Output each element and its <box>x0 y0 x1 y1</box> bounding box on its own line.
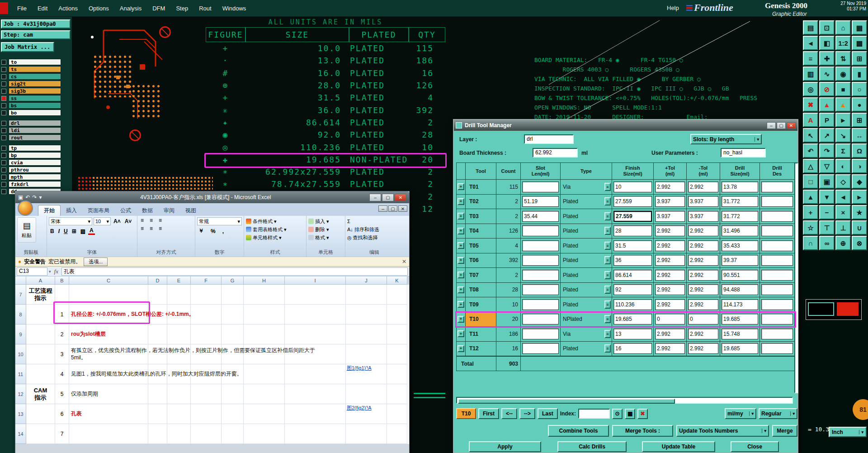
toolbar-icon-button[interactable]: ∿ <box>819 67 835 81</box>
toolbar-icon-button[interactable]: 1:2 <box>835 36 851 50</box>
maximize-button[interactable]: ▢ <box>777 122 786 129</box>
toolbar-icon-button[interactable]: ○ <box>852 82 867 96</box>
slot-length-input[interactable] <box>522 284 559 295</box>
slot-length-input[interactable] <box>522 299 559 310</box>
tab-page-layout[interactable]: 页面布局 <box>82 205 115 216</box>
type-dropdown-icon[interactable]: ≡ <box>604 242 611 250</box>
hyperlink-cell[interactable]: 图1(fig1)'!A <box>346 364 387 384</box>
drill-description-input[interactable] <box>761 299 793 310</box>
toolbar-icon-button[interactable]: ► <box>835 113 851 127</box>
tool-id-cell[interactable]: T04 <box>466 224 496 239</box>
toolbar-icon-button[interactable]: ↔ <box>852 128 867 143</box>
tab-data[interactable]: 数据 <box>137 205 158 216</box>
row-handle[interactable]: + <box>458 301 464 308</box>
finish-size-input[interactable]: 92 <box>613 284 652 295</box>
menu-item[interactable]: File <box>12 5 32 12</box>
layer-row[interactable]: sig2t <box>1 80 70 87</box>
plus-tolerance-input[interactable]: 2.992 <box>655 270 685 281</box>
layer-visibility-checkbox[interactable] <box>1 67 6 72</box>
cell[interactable] <box>285 384 346 404</box>
toolbar-icon-button[interactable]: ◧ <box>819 36 835 50</box>
cell-a[interactable] <box>26 364 55 384</box>
drill-size-input[interactable]: 19.685 <box>722 343 758 354</box>
drill-size-input[interactable]: 35.433 <box>722 240 758 251</box>
cell[interactable] <box>148 424 167 444</box>
cell[interactable] <box>387 364 407 384</box>
toolbar-icon-button[interactable]: ⊕ <box>835 236 851 250</box>
layer-visibility-checkbox[interactable] <box>1 189 6 194</box>
cell[interactable] <box>244 285 285 305</box>
percent-button[interactable]: % <box>209 228 217 234</box>
align-middle-button[interactable]: ≡ <box>148 217 156 224</box>
cell-a[interactable] <box>26 324 55 344</box>
align-top-button[interactable]: ≡ <box>139 217 147 224</box>
cell[interactable] <box>387 324 407 344</box>
tab-review[interactable]: 审阅 <box>158 205 180 216</box>
toolbar-icon-button[interactable]: Ω <box>852 143 867 158</box>
cell-b[interactable]: 4 <box>55 364 69 384</box>
toolbar-icon-button[interactable]: ↷ <box>819 143 835 158</box>
type-dropdown-icon[interactable]: ≡ <box>604 300 611 309</box>
layer-row[interactable]: drl <box>1 119 70 127</box>
minus-tolerance-input[interactable]: 3.937 <box>688 211 718 222</box>
cell[interactable] <box>244 404 285 424</box>
dismiss-warning-icon[interactable]: ✕ <box>402 258 406 265</box>
autosum-button[interactable]: Σ <box>347 217 401 225</box>
scrollbar-thumb[interactable] <box>458 399 675 404</box>
cell-c[interactable]: rou为slot槽层 <box>69 324 148 344</box>
align-left-button[interactable]: ≡ <box>139 225 147 232</box>
layer-row[interactable]: mpth <box>1 173 70 181</box>
cell-c[interactable]: 仅添加周期 <box>69 384 148 404</box>
row-header[interactable]: 13 <box>15 404 26 424</box>
type-dropdown-icon[interactable]: ≡ <box>604 197 611 205</box>
cell-styles-button[interactable]: 单元格样式▾ <box>246 234 304 242</box>
toolbar-icon-button[interactable]: ☆ <box>803 220 818 235</box>
drill-description-input[interactable] <box>761 329 793 339</box>
format-cells-button[interactable]: 格式▾ <box>308 234 343 242</box>
drill-tool-row[interactable]: + T12 16 Plated ≡ 16 2.992 2.992 19.685 <box>456 342 795 357</box>
row-handle[interactable]: + <box>458 272 464 278</box>
type-dropdown-icon[interactable]: ≡ <box>604 256 611 264</box>
type-dropdown-icon[interactable]: ≡ <box>604 271 611 279</box>
grid-view-button[interactable]: ▦ <box>625 409 635 419</box>
plus-tolerance-input[interactable]: 0 <box>655 314 685 324</box>
toolbar-icon-button[interactable]: ≡ <box>803 51 818 66</box>
column-header[interactable]: B <box>55 277 69 285</box>
slot-length-input[interactable]: 35.44 <box>522 211 559 222</box>
drill-size-input[interactable]: 13.78 <box>722 181 758 192</box>
toolbar-icon-button[interactable]: ◄ <box>835 190 851 204</box>
cell-c[interactable]: 孔表 <box>69 404 148 424</box>
minus-tolerance-input[interactable]: 2.992 <box>688 299 718 310</box>
cell-c[interactable] <box>69 424 148 444</box>
toolbar-icon-button[interactable]: P <box>819 113 835 127</box>
first-button[interactable]: First <box>478 408 499 419</box>
sort-filter-button[interactable]: A↓ 排序和筛选 <box>347 225 401 234</box>
next-button[interactable]: --> <box>519 408 535 419</box>
row-header[interactable]: 9 <box>15 324 26 344</box>
slot-length-input[interactable] <box>522 314 559 324</box>
tab-home[interactable]: 开始 <box>38 205 61 216</box>
units-mode-dropdown[interactable]: ml/my▾ <box>725 408 756 419</box>
minus-tolerance-input[interactable]: 2.992 <box>688 181 718 192</box>
borders-button[interactable]: ⊞ <box>71 228 78 234</box>
format-as-table-button[interactable]: 套用表格格式▾ <box>246 225 304 234</box>
type-dropdown-icon[interactable]: ≡ <box>604 212 611 220</box>
type-cell[interactable]: Plated ≡ <box>561 268 612 283</box>
cell-b[interactable]: 5 <box>55 384 69 404</box>
previous-button[interactable]: <-- <box>501 408 517 419</box>
board-thickness-field[interactable]: 62.992 <box>533 148 578 157</box>
menu-item[interactable]: Analysis <box>114 5 147 12</box>
index-input[interactable] <box>578 409 610 419</box>
type-cell[interactable]: Plated ≡ <box>561 224 612 239</box>
drill-tool-row[interactable]: + T08 28 Plated ≡ 92 2.992 2.992 94.488 <box>456 283 795 298</box>
cell[interactable] <box>222 424 244 444</box>
tool-id-cell[interactable]: T09 <box>466 297 496 312</box>
type-cell[interactable]: Plated ≡ <box>561 297 612 312</box>
type-dropdown-icon[interactable]: ≡ <box>604 286 611 294</box>
toolbar-icon-button[interactable]: ▲ <box>835 97 851 112</box>
excel-titlebar[interactable]: ▣ ↶ ↷ ▾ 4V31J00PA0-客户指示.xls [兼容模式] - Mic… <box>15 191 409 203</box>
units-dropdown[interactable]: Inch ▾ <box>829 427 867 437</box>
drill-description-input[interactable] <box>761 270 793 281</box>
type-dropdown-icon[interactable]: ≡ <box>604 227 611 235</box>
cell-c[interactable]: 见图1，按我司规范加大此类槽孔的孔环，同时加大对应阻焊层的开窗。 <box>69 364 148 384</box>
